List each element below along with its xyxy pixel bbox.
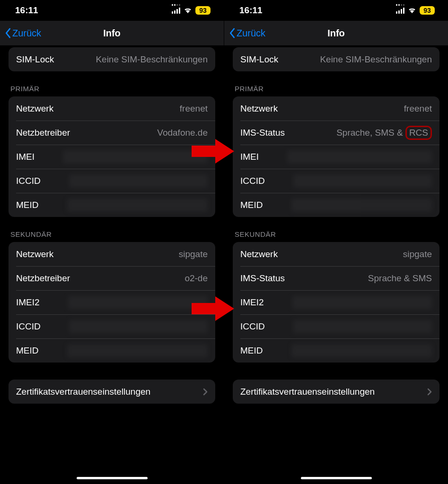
value: freenet — [404, 104, 432, 114]
battery-icon: 93 — [420, 6, 435, 15]
label: SIM-Lock — [16, 54, 54, 65]
back-label: Zurück — [237, 28, 265, 39]
value: Sprache & SMS — [368, 273, 432, 284]
redacted-value — [63, 150, 208, 164]
redacted-value — [291, 199, 432, 212]
wifi-icon — [407, 5, 417, 16]
row-imei[interactable]: IMEI — [233, 145, 439, 169]
nav-bar: Zurück Info — [224, 21, 448, 45]
row-ims-status[interactable]: IMS-Status Sprache, SMS & RCS — [233, 121, 439, 145]
row-netzwerk[interactable]: Netzwerkfreenet — [9, 96, 215, 121]
cellular-icon — [396, 7, 405, 14]
row-imei2[interactable]: IMEI2 — [9, 290, 215, 314]
row-netzwerk[interactable]: Netzwerkfreenet — [233, 96, 439, 121]
chevron-right-icon — [427, 388, 432, 396]
label: IMEI2 — [240, 297, 264, 308]
section-header-secondary: SEKUNDÄR — [10, 230, 213, 238]
redacted-value — [293, 320, 432, 333]
label: ICCID — [240, 321, 265, 332]
label: MEID — [16, 200, 39, 210]
label: MEID — [240, 346, 263, 356]
status-time: 16:11 — [239, 5, 263, 16]
label: IMS-Status — [240, 128, 285, 138]
label: ICCID — [16, 321, 41, 332]
redacted-value — [69, 320, 208, 333]
label: Zertifikatsvertrauenseinstellungen — [240, 387, 375, 397]
row-certificate-trust[interactable]: Zertifikatsvertrauenseinstellungen — [9, 380, 215, 404]
row-iccid[interactable]: ICCID — [9, 169, 215, 193]
label: Netzwerk — [16, 104, 53, 114]
value: sipgate — [179, 249, 208, 259]
svg-marker-0 — [192, 139, 234, 164]
battery-icon: 93 — [195, 6, 211, 15]
row-iccid[interactable]: ICCID — [233, 314, 439, 338]
label: IMS-Status — [240, 273, 285, 284]
page-title: Info — [103, 28, 121, 39]
label: Zertifikatsvertrauenseinstellungen — [16, 387, 150, 397]
value: sipgate — [403, 249, 432, 259]
value: Keine SIM-Beschränkungen — [320, 54, 432, 65]
value: Sprache, SMS & RCS — [336, 126, 432, 140]
phone-right: 16:11 93 Zurück Info SIM-Lock Keine SIM-… — [224, 0, 448, 484]
label: Netzwerk — [16, 249, 53, 259]
row-meid[interactable]: MEID — [233, 338, 439, 363]
label: ICCID — [16, 176, 41, 186]
section-header-primary: PRIMÄR — [235, 85, 438, 93]
label: IMEI — [16, 152, 35, 162]
row-netzbetreiber[interactable]: NetzbetreiberVodafone.de — [9, 121, 215, 145]
label: Netzbetreiber — [16, 273, 70, 284]
redacted-value — [293, 174, 432, 188]
label: MEID — [240, 200, 263, 210]
row-iccid[interactable]: ICCID — [233, 169, 439, 193]
section-header-primary: PRIMÄR — [10, 85, 213, 93]
section-header-secondary: SEKUNDÄR — [235, 230, 438, 238]
arrow-annotation-icon — [192, 295, 234, 322]
redacted-value — [68, 296, 208, 309]
phone-left: 16:11 93 Zurück Info SIM-Lock Keine SIM-… — [0, 0, 224, 484]
status-bar: 16:11 93 — [224, 0, 448, 21]
redacted-value — [292, 296, 432, 309]
row-simlock[interactable]: SIM-Lock Keine SIM-Beschränkungen — [233, 47, 439, 71]
redacted-value — [67, 344, 208, 357]
row-ims-status[interactable]: IMS-StatusSprache & SMS — [233, 266, 439, 290]
wifi-icon — [183, 5, 193, 16]
label: IMEI — [240, 152, 259, 162]
status-time: 16:11 — [15, 5, 38, 16]
row-simlock[interactable]: SIM-Lock Keine SIM-Beschränkungen — [9, 47, 215, 71]
label: MEID — [16, 346, 39, 356]
row-meid[interactable]: MEID — [9, 193, 215, 217]
redacted-value — [291, 344, 432, 357]
arrow-annotation-icon — [192, 138, 234, 164]
back-button[interactable]: Zurück — [229, 28, 265, 39]
row-meid[interactable]: MEID — [9, 338, 215, 363]
svg-marker-1 — [192, 296, 234, 321]
label: Netzbetreiber — [16, 128, 70, 138]
label: ICCID — [240, 176, 265, 186]
row-netzwerk[interactable]: Netzwerksipgate — [9, 242, 215, 266]
value: o2-de — [184, 273, 208, 284]
row-meid[interactable]: MEID — [233, 193, 439, 217]
row-netzwerk[interactable]: Netzwerksipgate — [233, 242, 439, 266]
cellular-icon — [172, 7, 181, 14]
row-imei[interactable]: IMEI — [9, 145, 215, 169]
row-iccid[interactable]: ICCID — [9, 314, 215, 338]
label: Netzwerk — [240, 104, 278, 114]
row-netzbetreiber[interactable]: Netzbetreibero2-de — [9, 266, 215, 290]
row-certificate-trust[interactable]: Zertifikatsvertrauenseinstellungen — [233, 380, 439, 404]
value: freenet — [180, 104, 208, 114]
row-imei2[interactable]: IMEI2 — [233, 290, 439, 314]
status-bar: 16:11 93 — [0, 0, 224, 21]
back-button[interactable]: Zurück — [5, 28, 41, 39]
nav-bar: Zurück Info — [0, 21, 224, 45]
redacted-value — [287, 150, 432, 164]
value: Vodafone.de — [157, 128, 208, 138]
page-title: Info — [327, 28, 345, 39]
label: IMEI2 — [16, 297, 40, 308]
redacted-value — [67, 199, 208, 212]
home-indicator[interactable] — [77, 477, 148, 480]
home-indicator[interactable] — [301, 477, 372, 480]
chevron-right-icon — [203, 388, 208, 396]
rcs-highlight: RCS — [405, 126, 432, 140]
back-label: Zurück — [12, 28, 41, 39]
label: Netzwerk — [240, 249, 278, 259]
